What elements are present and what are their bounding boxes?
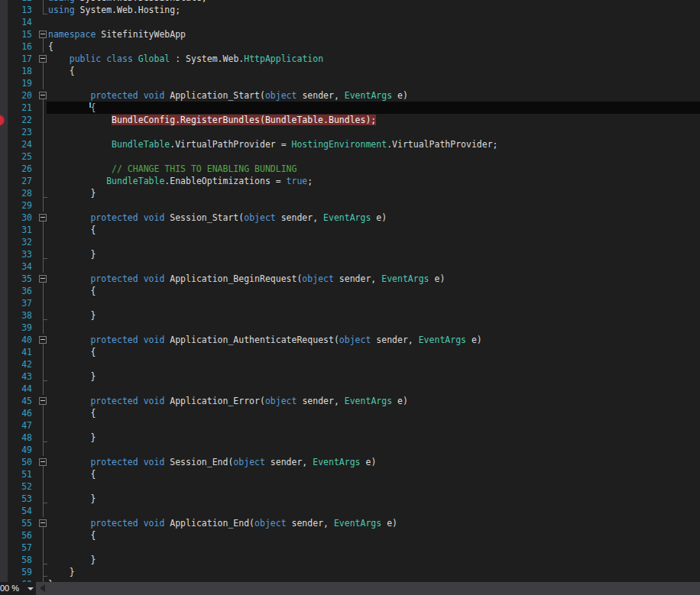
code-line[interactable]: 36 { [0,285,700,297]
outline-guide [43,114,44,126]
code-line[interactable]: 56 { [0,529,700,542]
code-line[interactable]: 45 protected void Application_Error(obje… [0,395,700,407]
code-text: { [48,346,96,358]
code-text: protected void Session_End(object sender… [48,456,376,468]
code-text: { [48,102,96,114]
outline-region-end [43,441,47,442]
code-text: BundleTable.VirtualPathProvider = Hostin… [48,138,498,150]
code-line[interactable]: 14 [0,16,700,28]
code-line[interactable]: 35 protected void Application_BeginReque… [0,273,700,285]
code-line[interactable]: 20 protected void Application_Start(obje… [0,89,700,102]
code-line[interactable]: 27 BundleTable.EnableOptimizations = tru… [0,175,700,187]
code-line[interactable]: 34 [0,260,700,273]
outline-guide [43,138,44,150]
code-line[interactable]: 59 } [0,566,700,578]
fold-toggle-collapse-icon[interactable] [39,214,47,222]
code-text: protected void Session_Start(object send… [48,212,387,224]
code-text: } [48,248,96,260]
line-number: 24 [0,138,32,150]
code-line[interactable]: 22 BundleConfig.RegisterBundles(BundleTa… [0,114,700,126]
code-line[interactable]: 55 protected void Application_End(object… [0,517,700,529]
code-line[interactable]: 53 } [0,493,700,505]
outline-region-end [43,319,47,320]
outline-guide [43,468,44,480]
code-line[interactable]: 40 protected void Application_Authentica… [0,334,700,346]
code-line[interactable]: 33 } [0,248,700,260]
horizontal-scrollbar[interactable]: 00 % [0,582,700,595]
line-number: 42 [0,358,32,370]
fold-toggle-collapse-icon[interactable] [39,275,47,283]
code-line[interactable]: 29 [0,199,700,212]
code-line[interactable]: 26 // CHANGE THIS TO ENABLING BUNDLING [0,163,700,175]
code-line[interactable]: 38 } [0,309,700,322]
code-line[interactable]: 43 } [0,370,700,383]
outline-guide [43,297,44,309]
line-number: 58 [0,554,32,566]
outline-guide [43,505,44,517]
fold-toggle-collapse-icon[interactable] [39,458,47,466]
code-line[interactable]: 47 [0,419,700,432]
scroll-left-icon[interactable] [40,584,45,592]
code-line[interactable]: 41 { [0,346,700,358]
code-line[interactable]: 57 [0,542,700,554]
code-line[interactable]: 49 [0,444,700,456]
outline-guide [43,407,44,419]
line-number: 17 [0,53,32,65]
fold-toggle-collapse-icon[interactable] [39,397,47,405]
fold-toggle-collapse-icon[interactable] [39,92,47,99]
code-line[interactable]: 28 } [0,187,700,199]
line-number: 19 [0,77,32,89]
line-number: 34 [0,260,32,273]
fold-toggle-collapse-icon[interactable] [39,31,47,38]
code-line[interactable]: 23 [0,126,700,138]
line-number: 44 [0,383,32,395]
code-text: { [48,65,75,77]
code-line[interactable]: 46 { [0,407,700,419]
outline-guide [43,175,44,187]
code-line[interactable]: 30 protected void Session_Start(object s… [0,212,700,224]
code-line[interactable]: 44 [0,383,700,395]
line-number: 40 [0,334,32,346]
code-line[interactable]: 18 { [0,65,700,77]
code-line[interactable]: 50 protected void Session_End(object sen… [0,456,700,468]
outline-guide [43,358,44,370]
chevron-down-icon[interactable] [28,587,34,590]
fold-toggle-collapse-icon[interactable] [39,336,47,344]
code-line[interactable]: 17 public class Global : System.Web.Http… [0,53,700,65]
code-line[interactable]: 54 [0,505,700,517]
fold-toggle-collapse-icon[interactable] [39,519,47,527]
code-line[interactable]: 32 [0,236,700,248]
line-number: 38 [0,309,32,322]
code-line[interactable]: 24 BundleTable.VirtualPathProvider = Hos… [0,138,700,150]
line-number: 36 [0,285,32,297]
zoom-select[interactable]: 00 % [0,582,36,595]
outline-guide [43,163,44,175]
code-line[interactable]: 58 } [0,554,700,566]
code-line[interactable]: 16{ [0,40,700,53]
code-line[interactable]: 13using System.Web.Hosting; [0,4,700,16]
line-number: 39 [0,322,32,334]
code-text: } [48,370,96,383]
fold-toggle-collapse-icon[interactable] [39,55,47,63]
code-editor[interactable]: 12using System.Web.SessionState;13using … [0,0,700,582]
code-line[interactable]: 25 [0,150,700,163]
code-text: protected void Application_Start(object … [48,89,408,102]
line-number: 33 [0,248,32,260]
code-line[interactable]: 52 [0,480,700,493]
line-number: 28 [0,187,32,199]
code-text: } [48,187,96,199]
code-line[interactable]: 31 { [0,224,700,236]
line-number: 49 [0,444,32,456]
line-number: 51 [0,468,32,480]
code-line[interactable]: 42 [0,358,700,370]
code-line[interactable]: 48 } [0,432,700,444]
outline-guide [43,150,44,163]
code-line[interactable]: 37 [0,297,700,309]
outline-region-end [43,564,47,564]
code-line[interactable]: 39 [0,322,700,334]
code-line[interactable]: 15namespace SitefinityWebApp [0,28,700,40]
code-line[interactable]: 51 { [0,468,700,480]
code-line[interactable]: 19 [0,77,700,89]
code-line[interactable]: 21 { [0,102,700,114]
outline-guide [43,102,44,114]
